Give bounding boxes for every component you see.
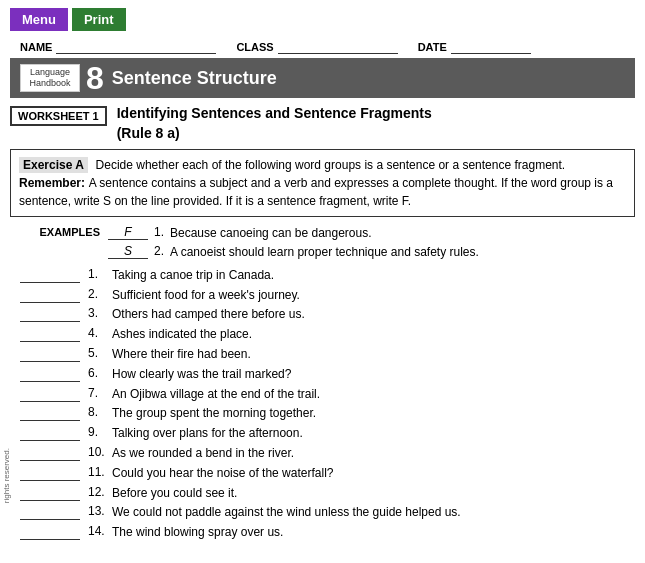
question-num-11: 11. [88,465,112,479]
question-num-10: 10. [88,445,112,459]
question-num-6: 6. [88,366,112,380]
question-row-13: 13.We could not paddle against the wind … [20,504,625,521]
examples-section: EXAMPLES F 1. Because canoeing can be da… [20,225,625,261]
exercise-section: Exercise A Decide whether each of the fo… [10,149,635,217]
question-text-13: We could not paddle against the wind unl… [112,504,461,521]
header-number: 8 [86,62,104,94]
question-row-12: 12.Before you could see it. [20,485,625,502]
question-text-12: Before you could see it. [112,485,237,502]
answer-blank-5 [20,346,80,362]
header-bar: LanguageHandbook 8 Sentence Structure [10,58,635,98]
example-1-text: Because canoeing can be dangerous. [170,225,372,242]
questions-section: 1.Taking a canoe trip in Canada. 2.Suffi… [20,267,625,541]
header-title: Sentence Structure [112,68,277,89]
class-label: CLASS [236,41,273,53]
question-num-2: 2. [88,287,112,301]
question-text-5: Where their fire had been. [112,346,251,363]
example-2-text: A canoeist should learn proper technique… [170,244,479,261]
question-text-8: The group spent the morning together. [112,405,316,422]
answer-blank-10 [20,445,80,461]
question-text-1: Taking a canoe trip in Canada. [112,267,274,284]
question-num-5: 5. [88,346,112,360]
answer-blank-7 [20,386,80,402]
question-num-13: 13. [88,504,112,518]
menu-button[interactable]: Menu [10,8,68,31]
exercise-remember-text: A sentence contains a subject and a verb… [19,176,613,208]
answer-blank-3 [20,306,80,322]
name-line [56,39,216,54]
exercise-label: Exercise A [19,157,88,173]
answer-blank-9 [20,425,80,441]
question-row-8: 8.The group spent the morning together. [20,405,625,422]
question-row-6: 6.How clearly was the trail marked? [20,366,625,383]
question-num-8: 8. [88,405,112,419]
examples-label: EXAMPLES [20,225,100,238]
question-row-5: 5.Where their fire had been. [20,346,625,363]
example-1-num: 1. [154,225,164,239]
worksheet-row: WORKSHEET 1 Identifying Sentences and Se… [10,104,635,143]
question-row-2: 2.Sufficient food for a week's journey. [20,287,625,304]
name-label: NAME [20,41,52,53]
answer-blank-6 [20,366,80,382]
question-text-4: Ashes indicated the place. [112,326,252,343]
answer-blank-8 [20,405,80,421]
example-row-2: S 2. A canoeist should learn proper tech… [108,244,625,261]
name-row: NAME CLASS DATE [0,37,645,58]
question-text-6: How clearly was the trail marked? [112,366,291,383]
date-label: DATE [418,41,447,53]
toolbar: Menu Print [0,0,645,37]
question-row-9: 9.Talking over plans for the afternoon. [20,425,625,442]
example-2-num: 2. [154,244,164,258]
example-1-blank: F [108,225,148,240]
answer-blank-2 [20,287,80,303]
question-row-3: 3.Others had camped there before us. [20,306,625,323]
exercise-remember-bold: Remember: [19,176,85,190]
question-row-1: 1.Taking a canoe trip in Canada. [20,267,625,284]
answer-blank-1 [20,267,80,283]
question-text-11: Could you hear the noise of the waterfal… [112,465,333,482]
answer-blank-4 [20,326,80,342]
print-button[interactable]: Print [72,8,126,31]
date-line [451,39,531,54]
example-2-blank: S [108,244,148,259]
answer-blank-11 [20,465,80,481]
question-text-14: The wind blowing spray over us. [112,524,283,541]
handbook-box: LanguageHandbook [20,64,80,92]
question-row-10: 10.As we rounded a bend in the river. [20,445,625,462]
question-row-14: 14.The wind blowing spray over us. [20,524,625,541]
question-text-7: An Ojibwa village at the end of the trai… [112,386,320,403]
worksheet-title: Identifying Sentences and Sentence Fragm… [117,104,432,143]
question-row-11: 11.Could you hear the noise of the water… [20,465,625,482]
answer-blank-12 [20,485,80,501]
answer-blank-14 [20,524,80,540]
exercise-instruction: Decide whether each of the following wor… [96,158,566,172]
question-num-12: 12. [88,485,112,499]
class-line [278,39,398,54]
handbook-label: LanguageHandbook [27,67,73,89]
question-num-14: 14. [88,524,112,538]
question-num-9: 9. [88,425,112,439]
question-text-2: Sufficient food for a week's journey. [112,287,300,304]
question-text-10: As we rounded a bend in the river. [112,445,294,462]
question-text-3: Others had camped there before us. [112,306,305,323]
side-text: rights reserved. [2,448,11,503]
question-num-3: 3. [88,306,112,320]
question-num-1: 1. [88,267,112,281]
question-row-7: 7.An Ojibwa village at the end of the tr… [20,386,625,403]
example-row-1: EXAMPLES F 1. Because canoeing can be da… [20,225,625,242]
question-num-4: 4. [88,326,112,340]
worksheet-badge: WORKSHEET 1 [10,106,107,126]
question-text-9: Talking over plans for the afternoon. [112,425,303,442]
question-row-4: 4.Ashes indicated the place. [20,326,625,343]
question-num-7: 7. [88,386,112,400]
answer-blank-13 [20,504,80,520]
